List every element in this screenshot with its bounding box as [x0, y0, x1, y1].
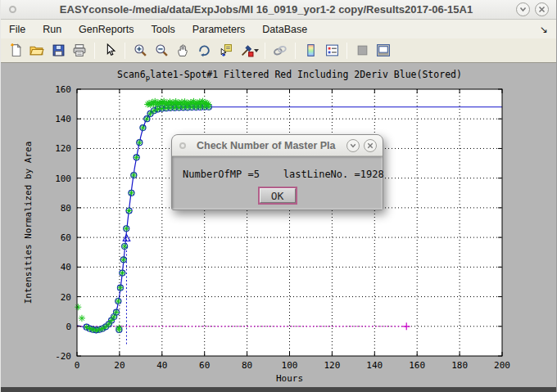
svg-text:60: 60: [199, 360, 210, 371]
svg-text:-20: -20: [55, 351, 71, 362]
svg-text:60: 60: [61, 232, 71, 243]
svg-text:40: 40: [61, 262, 71, 273]
app-window: EASYconsole-/media/data/ExpJobs/MI 16_09…: [0, 0, 557, 392]
dialog-title: Check Number of Master Pla: [197, 140, 343, 151]
svg-text:20: 20: [114, 360, 125, 371]
menu-tools[interactable]: Tools: [152, 24, 175, 35]
window-close-button[interactable]: [535, 2, 549, 16]
svg-text:120: 120: [324, 360, 340, 371]
dock-figure-icon[interactable]: [373, 41, 394, 61]
toolbar-separator: [295, 43, 296, 59]
svg-text:180: 180: [451, 360, 468, 371]
window-title: EASYconsole-/media/data/ExpJobs/MI 16_09…: [25, 3, 507, 16]
toolbar: [1, 38, 556, 63]
chart-title-prefix: Scan6: [117, 69, 146, 80]
window-menu-icon[interactable]: [9, 6, 16, 13]
new-file-icon[interactable]: [5, 41, 26, 61]
svg-text:80: 80: [61, 203, 71, 214]
svg-text:200: 200: [494, 360, 510, 371]
close-icon: [537, 5, 546, 14]
save-icon[interactable]: [48, 41, 69, 61]
pan-hand-icon[interactable]: [172, 41, 193, 61]
chevron-down-icon: [349, 142, 357, 150]
toolbar-separator: [265, 43, 265, 59]
menu-database[interactable]: DataBase: [262, 24, 307, 35]
edit-arrow-icon[interactable]: [99, 41, 120, 61]
window-titlebar: EASYconsole-/media/data/ExpJobs/MI 16_09…: [1, 0, 556, 20]
check-master-plates-dialog: Check Number of Master Pla NumberOfMP =5…: [171, 134, 383, 210]
dialog-close-button[interactable]: [364, 139, 377, 152]
svg-text:100: 100: [282, 360, 298, 371]
svg-text:0: 0: [75, 360, 80, 371]
brush-dropdown-icon[interactable]: [254, 49, 259, 52]
svg-text:140: 140: [55, 114, 71, 124]
zoom-in-icon[interactable]: [129, 41, 151, 61]
toolbar-separator: [94, 43, 95, 59]
menu-file[interactable]: File: [9, 24, 25, 35]
toolbar-separator: [346, 43, 347, 59]
link-plot-icon[interactable]: [269, 41, 291, 61]
svg-text:100: 100: [55, 173, 71, 184]
dialog-shade-button[interactable]: [346, 139, 360, 152]
svg-text:20: 20: [61, 292, 71, 303]
dialog-message: NumberOfMP =5 lastLineNo. =1928: [183, 169, 384, 180]
close-icon: [366, 142, 374, 150]
figure-area: 020406080100120140160180200-200204060801…: [1, 63, 556, 387]
menu-run[interactable]: Run: [43, 24, 61, 35]
chart-title-rest: late1-Spot#1 Filtered Red Including 2Der…: [150, 69, 462, 80]
dialog-titlebar[interactable]: Check Number of Master Pla: [172, 135, 383, 156]
chart-title: Scan6plate1-Spot#1 Filtered Red Includin…: [77, 69, 502, 82]
open-file-icon[interactable]: [26, 41, 48, 61]
print-icon[interactable]: [69, 41, 90, 61]
menu-dock-arrow-icon[interactable]: ↘: [540, 24, 548, 35]
plot-tools-off-icon[interactable]: [351, 41, 373, 61]
svg-text:80: 80: [242, 360, 252, 371]
svg-text:160: 160: [409, 360, 425, 371]
ok-button[interactable]: OK: [260, 188, 296, 203]
svg-text:0: 0: [66, 322, 71, 332]
svg-text:Intensities Normalized by Area: Intensities Normalized by Area: [23, 142, 34, 304]
svg-text:Hours: Hours: [276, 373, 303, 384]
svg-text:120: 120: [55, 143, 71, 154]
chevron-down-icon: [519, 5, 528, 14]
menu-genreports[interactable]: GenReports: [79, 24, 134, 35]
dialog-menu-icon[interactable]: [179, 142, 186, 149]
svg-text:40: 40: [156, 360, 167, 371]
insert-colorbar-icon[interactable]: [300, 41, 321, 61]
chart-canvas: 020406080100120140160180200-200204060801…: [1, 63, 557, 387]
window-shade-button[interactable]: [516, 2, 530, 16]
menu-bar: File Run GenReports Tools Parameters Dat…: [1, 20, 556, 38]
menu-parameters[interactable]: Parameters: [192, 24, 246, 35]
insert-legend-icon[interactable]: [321, 41, 342, 61]
ok-button-focus-ring: OK: [258, 187, 297, 205]
zoom-out-icon[interactable]: [151, 41, 172, 61]
svg-text:160: 160: [55, 84, 71, 95]
rotate-3d-icon[interactable]: [193, 41, 215, 61]
dialog-body: NumberOfMP =5 lastLineNo. =1928 OK: [172, 156, 383, 210]
toolbar-separator: [125, 43, 125, 59]
data-cursor-icon[interactable]: [215, 41, 236, 61]
svg-text:140: 140: [366, 360, 383, 371]
window-bottom-edge: [1, 387, 556, 392]
